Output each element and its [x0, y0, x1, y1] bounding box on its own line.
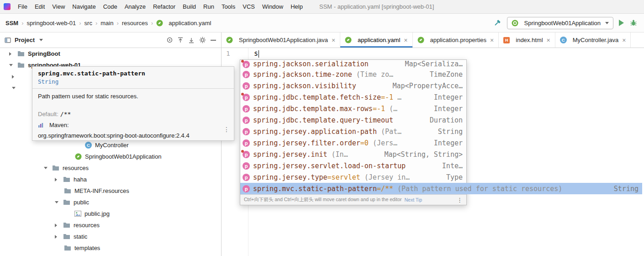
- menu-code[interactable]: Code: [100, 3, 121, 10]
- more-options-icon[interactable]: ⋮: [223, 126, 230, 133]
- breadcrumb-separator-icon: ›: [149, 20, 155, 27]
- run-configuration-label: SpringbootWeb01Application: [524, 20, 601, 27]
- locate-file-icon[interactable]: [165, 36, 174, 44]
- code-text: s: [254, 49, 258, 58]
- navigation-bar: SSM › springboot-web-01 › src › main › r…: [0, 14, 644, 32]
- completion-item[interactable]: p spring.jersey.servlet.load-on-startup …: [240, 160, 466, 171]
- menu-run[interactable]: Run: [200, 3, 218, 10]
- tree-item[interactable]: SpringBoot: [0, 48, 221, 59]
- breadcrumb-item[interactable]: src: [84, 20, 93, 27]
- debug-bug-icon[interactable]: [629, 19, 638, 27]
- chevron-down-icon[interactable]: [55, 201, 59, 203]
- chevron-right-icon[interactable]: [55, 178, 59, 181]
- completion-popup: p spring.jackson.serialization Map<Seria…: [240, 59, 467, 205]
- build-hammer-icon[interactable]: [493, 19, 501, 27]
- menu-analyze[interactable]: Analyze: [121, 3, 149, 10]
- project-panel-title[interactable]: Project: [15, 37, 35, 43]
- property-description: (In…: [332, 150, 348, 159]
- breadcrumb-item[interactable]: resources: [121, 20, 149, 27]
- chevron-right-icon[interactable]: [55, 235, 59, 239]
- menu-build[interactable]: Build: [179, 3, 200, 10]
- completion-item[interactable]: p spring.jersey.init (In… Map<String, St…: [240, 149, 466, 160]
- tree-item[interactable]: META-INF.resources: [0, 185, 221, 197]
- completion-hint-bar: Ctrl+向下箭头 and Ctrl+向上箭头 will move caret …: [240, 194, 466, 205]
- tab-mycontroller-java[interactable]: C MyController.java ×: [555, 32, 631, 48]
- doc-default-value: /**: [60, 111, 71, 117]
- more-options-icon[interactable]: ⋮: [457, 197, 463, 203]
- completion-item[interactable]: p spring.jdbc.template.max-rows =-1 (… I…: [240, 103, 466, 114]
- completion-item[interactable]: p spring.jersey.filter.order =0 (Jers… I…: [240, 137, 466, 149]
- tab-springbootweb01application-java[interactable]: SpringbootWeb01Application.java ×: [222, 32, 340, 48]
- completion-item[interactable]: p spring.jersey.application-path (Pat… S…: [240, 126, 466, 137]
- app-logo-icon: [4, 3, 11, 10]
- close-icon[interactable]: ×: [332, 37, 335, 44]
- chevron-down-icon[interactable]: [12, 87, 16, 89]
- hide-panel-icon[interactable]: [209, 36, 217, 44]
- tab-application-properties[interactable]: application.properties ×: [413, 32, 499, 48]
- run-configuration-select[interactable]: SpringbootWeb01Application: [507, 17, 613, 29]
- menu-vcs[interactable]: VCS: [239, 3, 259, 10]
- completion-item[interactable]: p spring.jackson.visibility Map<Property…: [240, 80, 466, 91]
- property-icon: p: [243, 185, 250, 192]
- tree-item[interactable]: resources: [0, 219, 221, 231]
- property-description: (…: [389, 105, 397, 113]
- menu-help[interactable]: Help: [287, 3, 306, 10]
- doc-default-label: Default:: [38, 111, 58, 117]
- text-caret: [259, 50, 259, 58]
- completion-item[interactable]: p spring.jackson.serialization Map<Seria…: [240, 60, 466, 69]
- chevron-down-icon[interactable]: [9, 64, 14, 66]
- breadcrumb-item[interactable]: main: [100, 20, 114, 27]
- tree-item-label: META-INF.resources: [74, 187, 129, 194]
- tree-item-label: static: [74, 233, 87, 240]
- close-icon[interactable]: ×: [547, 37, 550, 44]
- tab-index-html[interactable]: H index.html ×: [499, 32, 555, 48]
- run-button[interactable]: [619, 20, 624, 26]
- tree-item[interactable]: static: [0, 231, 221, 242]
- property-type: String: [608, 185, 639, 193]
- property-description: (Path pattern used for static resources): [397, 185, 562, 193]
- completion-item[interactable]: p spring.jackson.time-zone (Time zo… Tim…: [240, 69, 466, 80]
- chevron-down-icon[interactable]: [39, 39, 43, 41]
- collapse-all-icon[interactable]: [187, 36, 195, 44]
- tree-item[interactable]: public.jpg: [0, 208, 221, 219]
- close-icon[interactable]: ×: [622, 37, 626, 44]
- menu-refactor[interactable]: Refactor: [149, 3, 179, 10]
- html-file-icon: H: [503, 37, 510, 43]
- expand-all-icon[interactable]: [176, 36, 185, 44]
- menu-window[interactable]: Window: [259, 3, 287, 10]
- breadcrumb-item[interactable]: SSM: [4, 20, 19, 27]
- property-name: spring.jackson.visibility: [253, 82, 356, 90]
- property-value: =servlet: [327, 173, 360, 181]
- tree-item[interactable]: public: [0, 197, 221, 208]
- completion-item[interactable]: p spring.jersey.type =servlet (Jersey in…: [240, 171, 466, 183]
- chevron-right-icon[interactable]: [9, 52, 14, 56]
- chevron-right-icon[interactable]: [12, 75, 16, 79]
- menu-navigate[interactable]: Navigate: [69, 3, 99, 10]
- tree-item[interactable]: resources: [0, 162, 221, 174]
- tree-item[interactable]: SpringbootWeb01Application: [0, 151, 221, 162]
- breadcrumb-item[interactable]: springboot-web-01: [26, 20, 77, 27]
- property-description: (Pat…: [381, 128, 401, 136]
- chevron-down-icon[interactable]: [44, 167, 48, 169]
- tab-application-yaml[interactable]: application.yaml ×: [340, 32, 412, 48]
- chevron-right-icon[interactable]: [55, 224, 59, 227]
- tree-item[interactable]: templates: [0, 242, 221, 254]
- completion-item[interactable]: p spring.jdbc.template.fetch-size =-1 … …: [240, 91, 466, 103]
- menu-edit[interactable]: Edit: [31, 3, 48, 10]
- breadcrumb-file[interactable]: application.yaml: [155, 20, 212, 27]
- tree-item[interactable]: haha: [0, 174, 221, 185]
- close-icon[interactable]: ×: [490, 37, 494, 44]
- tree-item[interactable]: C MyController: [0, 139, 221, 151]
- folder-icon: [64, 188, 71, 194]
- completion-item[interactable]: p spring.jdbc.template.query-timeout Dur…: [240, 114, 466, 126]
- folder-icon: [63, 199, 70, 205]
- menu-view[interactable]: View: [48, 3, 69, 10]
- next-tip-link[interactable]: Next Tip: [404, 197, 422, 203]
- gear-icon[interactable]: [198, 36, 206, 44]
- close-icon[interactable]: ×: [404, 37, 407, 44]
- property-type: Map<Serializa…: [400, 60, 463, 68]
- doc-property-type[interactable]: String: [38, 78, 228, 85]
- menu-tools[interactable]: Tools: [218, 3, 239, 10]
- menu-file[interactable]: File: [14, 3, 31, 10]
- completion-item-selected[interactable]: p spring.mvc.static-path-pattern =/** (P…: [240, 183, 642, 194]
